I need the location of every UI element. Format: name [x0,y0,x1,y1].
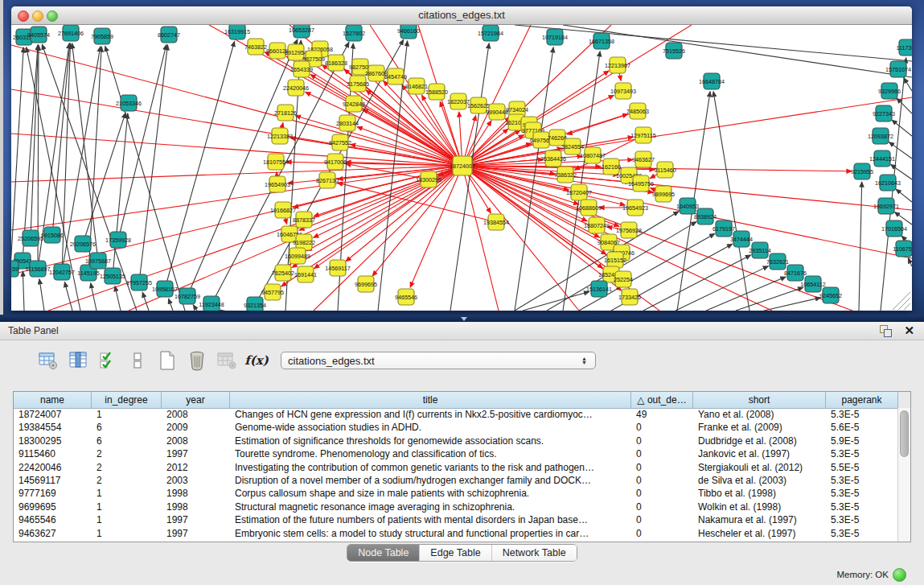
table-cell[interactable]: 1 [92,408,162,421]
table-cell[interactable]: Yano et al. (2008) [693,408,826,421]
graph-node[interactable]: 9405574 [27,27,50,43]
graph-node[interactable]: 12505135 [100,268,125,284]
merge-columns-icon[interactable] [126,350,149,371]
divider-collapse-icon[interactable] [461,317,467,321]
table-cell[interactable]: 5.5E-5 [826,461,898,474]
graph-node[interactable]: 9899695 [652,186,675,202]
edge[interactable] [706,277,786,311]
graph-node[interactable]: 12093872 [868,128,893,144]
graph-node[interactable]: 20206576 [70,236,96,252]
table-cell[interactable]: 9463627 [14,527,92,540]
graph-node[interactable]: 19384554 [483,214,509,230]
edge[interactable] [142,292,149,311]
edge[interactable] [220,310,221,311]
table-cell[interactable]: 9699695 [14,501,92,513]
table-cell[interactable]: 5.3E-5 [826,501,898,513]
graph-node[interactable]: 7386322 [554,167,577,183]
graph-node[interactable]: 7515526 [663,43,685,59]
graph-node[interactable]: 10973493 [610,83,636,99]
edge[interactable] [764,298,820,311]
graph-node[interactable]: 19654923 [622,200,648,216]
table-cell[interactable]: Embryonic stem cells: a model to study s… [230,527,631,540]
table-cell[interactable]: Estimation of significance thresholds fo… [230,435,631,447]
graph-node[interactable]: 9457795 [261,284,284,300]
edge[interactable] [515,25,912,61]
table-cell[interactable]: 0 [631,513,693,526]
graph-node[interactable]: 8186328 [325,55,347,71]
table-cell[interactable]: 2 [92,474,162,487]
graph-node[interactable]: 18107554 [263,154,289,170]
new-table-icon[interactable] [156,350,179,371]
graph-node[interactable]: 9115460 [654,162,676,178]
table-cell[interactable]: 18724007 [14,408,92,421]
table-cell[interactable]: 0 [631,527,693,540]
tab-edge-table[interactable]: Edge Table [419,545,491,561]
graph-node[interactable]: 7632621 [766,253,789,270]
table-cell[interactable]: 49 [631,408,693,421]
table-cell[interactable]: Disruption of a novel member of a sodium… [230,474,631,487]
graph-node[interactable]: 9215955 [851,163,873,179]
graph-node[interactable]: 8267130 [316,172,339,188]
table-cell[interactable]: Corpus callosum shape and size in male p… [230,487,631,500]
scrollbar-thumb[interactable] [900,410,909,457]
table-row[interactable]: 946554611997Estimation of the future num… [14,513,898,526]
graph-node[interactable]: 1527602 [343,25,365,41]
graph-node[interactable]: 19654903 [265,176,290,192]
table-cell[interactable]: Structural magnetic resonance image aver… [230,501,631,513]
table-selector-combobox[interactable]: citations_edges.txt ▲▼ [281,352,596,369]
table-cell[interactable]: 1 [92,501,162,513]
graph-node[interactable]: 11923448 [199,296,224,311]
graph-node[interactable]: 1691441 [294,266,317,282]
table-row[interactable]: 2242004622012Investigating the contribut… [14,461,898,474]
table-cell[interactable]: Nakamura et al. (1997) [693,513,826,526]
graph-node[interactable]: 18724007 [450,156,475,175]
table-cell[interactable]: 9465546 [14,513,92,526]
graph-node[interactable]: 7463822 [244,39,267,55]
graph-node[interactable]: 8427552 [329,134,351,150]
table-cell[interactable]: de Silva et al. (2003) [693,474,826,487]
column-header[interactable]: pagerank [826,392,898,408]
column-header[interactable]: title [230,392,631,408]
table-cell[interactable]: Genome-wide association studies in ADHD. [230,421,631,434]
edge[interactable] [859,182,862,311]
graph-node[interactable]: 2935114 [749,242,770,258]
graph-node[interactable]: 9146821 [405,78,428,94]
table-cell[interactable]: 1 [92,487,162,500]
graph-node[interactable]: 16648784 [699,73,725,89]
table-cell[interactable]: Changes of HCN gene expression and I(f) … [230,408,631,421]
graph-node[interactable]: 8454749 [384,68,407,84]
table-cell[interactable]: Dudbridge et al. (2008) [693,435,826,447]
edge[interactable] [23,271,24,311]
network-window-titlebar[interactable]: citations_edges.txt [11,6,912,25]
graph-node[interactable]: 1106753 [893,241,912,257]
graph-node[interactable]: 9329966 [878,83,901,99]
graph-node[interactable]: 16782759 [175,288,200,304]
table-cell[interactable]: 22420046 [14,461,92,474]
table-cell[interactable]: 2003 [162,474,230,487]
function-builder-icon[interactable]: f(x) [245,350,268,371]
edge[interactable] [115,286,121,311]
table-cell[interactable]: 0 [631,435,693,447]
table-cell[interactable]: 5.3E-5 [826,474,898,487]
graph-node[interactable]: 3175685 [347,76,369,92]
table-cell[interactable]: 0 [631,501,693,513]
resize-grip-icon[interactable] [898,298,910,310]
graph-node[interactable]: 18720407 [566,184,592,200]
table-cell[interactable]: 1997 [162,447,230,460]
edge[interactable] [39,279,44,311]
select-attributes-icon[interactable] [97,350,119,371]
select-column-icon[interactable] [67,350,89,371]
edge[interactable] [897,98,912,113]
table-cell[interactable]: 5.6E-5 [826,421,898,434]
table-cell[interactable]: Hescheler et al. (1997) [693,527,826,540]
table-cell[interactable]: Stergiakouli et al. (2012) [693,461,826,474]
table-cell[interactable]: 0 [631,461,693,474]
edge[interactable] [113,113,128,276]
delete-table-icon[interactable] [186,350,208,371]
split-pane-divider[interactable] [0,315,924,322]
edge[interactable] [193,305,197,311]
graph-node[interactable]: 39159 [11,261,18,277]
edge[interactable] [72,43,98,261]
graph-node[interactable]: 15751074 [885,61,911,77]
table-cell[interactable]: Wolkin et al. (1998) [693,501,826,513]
